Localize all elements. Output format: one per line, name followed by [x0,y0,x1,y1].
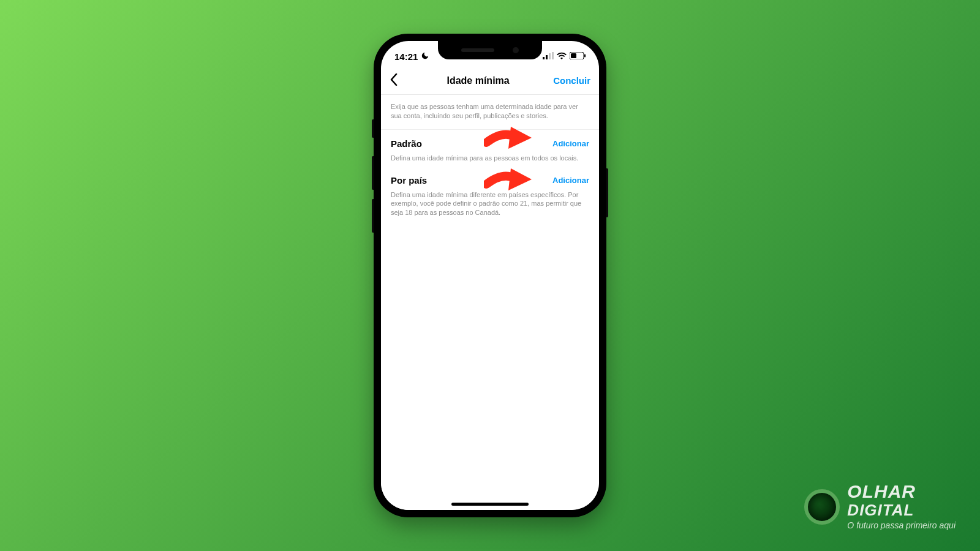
section-default: Padrão Adicionar Defina uma idade mínima… [381,130,599,167]
wifi-icon [557,51,567,62]
svg-rect-2 [549,53,551,59]
brand-watermark: OLHAR DIGITAL O futuro passa primeiro aq… [804,483,956,530]
side-button-silence [372,119,374,138]
front-camera [513,47,519,53]
section-by-country-desc: Defina uma idade mínima diferente em paí… [391,190,589,218]
page-title: Idade mínima [403,75,553,86]
section-default-add-button[interactable]: Adicionar [552,139,589,148]
notch [438,41,542,59]
svg-rect-5 [571,53,576,58]
moon-icon [421,51,429,62]
section-default-desc: Defina uma idade mínima para as pessoas … [391,154,589,163]
section-default-title: Padrão [391,138,422,149]
svg-rect-1 [546,55,548,59]
brand-line2: DIGITAL [847,501,914,519]
brand-tagline: O futuro passa primeiro aqui [847,520,956,530]
side-button-volume-up [372,156,374,190]
side-button-power [606,168,608,217]
section-by-country: Por país Adicionar Defina uma idade míni… [381,167,599,222]
home-indicator[interactable] [451,503,529,506]
svg-rect-6 [584,54,586,58]
side-button-volume-down [372,199,374,233]
brand-name: OLHAR DIGITAL [847,483,956,518]
phone-screen: 14:21 Idade mínima [381,41,599,510]
intro-text: Exija que as pessoas tenham uma determin… [381,95,599,130]
section-by-country-title: Por país [391,175,427,186]
status-time: 14:21 [394,51,418,62]
svg-rect-0 [543,57,545,59]
brand-logo-icon [804,489,840,525]
content-area: Exija que as pessoas tenham uma determin… [381,95,599,510]
nav-bar: Idade mínima Concluir [381,67,599,95]
brand-line1: OLHAR [847,481,916,501]
done-button[interactable]: Concluir [553,75,590,86]
phone-frame: 14:21 Idade mínima [374,34,606,517]
cellular-icon [543,51,554,62]
svg-rect-3 [552,52,554,59]
battery-icon [570,51,586,62]
speaker-grill [461,48,494,52]
section-by-country-add-button[interactable]: Adicionar [552,176,589,185]
